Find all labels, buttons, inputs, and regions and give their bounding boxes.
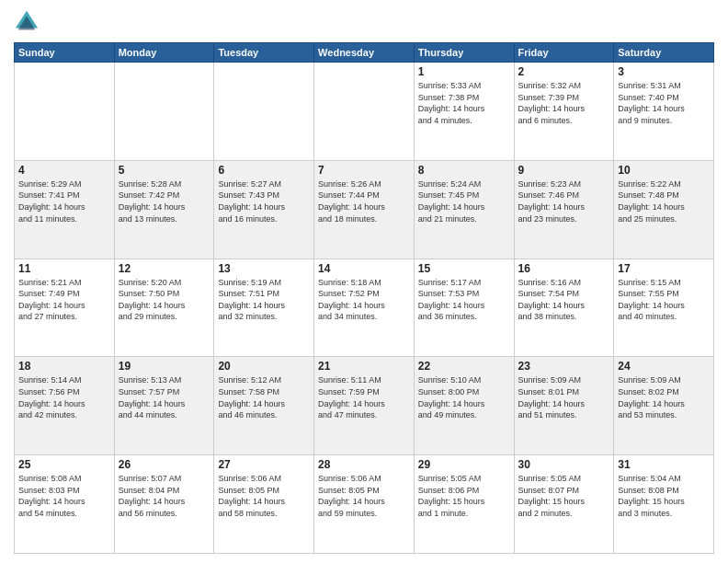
- calendar-cell: 21Sunrise: 5:11 AM Sunset: 7:59 PM Dayli…: [314, 357, 415, 455]
- calendar-week-2: 4Sunrise: 5:29 AM Sunset: 7:41 PM Daylig…: [15, 160, 714, 259]
- calendar-week-4: 18Sunrise: 5:14 AM Sunset: 7:56 PM Dayli…: [15, 357, 714, 455]
- calendar-header-tuesday: Tuesday: [214, 43, 314, 63]
- day-number: 13: [218, 262, 310, 275]
- calendar-cell: [114, 63, 214, 161]
- calendar-cell: 22Sunrise: 5:10 AM Sunset: 8:00 PM Dayli…: [414, 357, 514, 455]
- calendar-cell: 17Sunrise: 5:15 AM Sunset: 7:55 PM Dayli…: [614, 259, 714, 357]
- calendar-cell: 28Sunrise: 5:06 AM Sunset: 8:05 PM Dayli…: [314, 455, 415, 554]
- calendar-cell: 18Sunrise: 5:14 AM Sunset: 7:56 PM Dayli…: [15, 357, 115, 455]
- day-info: Sunrise: 5:05 AM Sunset: 8:06 PM Dayligh…: [418, 473, 510, 519]
- day-number: 11: [18, 262, 110, 275]
- logo: [14, 9, 43, 35]
- calendar-cell: 9Sunrise: 5:23 AM Sunset: 7:46 PM Daylig…: [514, 160, 614, 259]
- day-info: Sunrise: 5:24 AM Sunset: 7:45 PM Dayligh…: [418, 178, 510, 224]
- day-number: 25: [18, 458, 110, 471]
- calendar-cell: 16Sunrise: 5:16 AM Sunset: 7:54 PM Dayli…: [514, 259, 614, 357]
- day-info: Sunrise: 5:17 AM Sunset: 7:53 PM Dayligh…: [418, 277, 510, 323]
- day-info: Sunrise: 5:14 AM Sunset: 7:56 PM Dayligh…: [18, 374, 110, 420]
- calendar-header-monday: Monday: [114, 43, 214, 63]
- calendar-cell: 8Sunrise: 5:24 AM Sunset: 7:45 PM Daylig…: [414, 160, 514, 259]
- day-number: 19: [119, 360, 210, 373]
- page: SundayMondayTuesdayWednesdayThursdayFrid…: [0, 0, 728, 563]
- calendar-cell: 27Sunrise: 5:06 AM Sunset: 8:05 PM Dayli…: [214, 455, 314, 554]
- day-info: Sunrise: 5:06 AM Sunset: 8:05 PM Dayligh…: [318, 473, 410, 519]
- day-info: Sunrise: 5:04 AM Sunset: 8:08 PM Dayligh…: [618, 473, 710, 519]
- day-info: Sunrise: 5:15 AM Sunset: 7:55 PM Dayligh…: [618, 277, 710, 323]
- day-info: Sunrise: 5:31 AM Sunset: 7:40 PM Dayligh…: [618, 80, 710, 126]
- day-number: 16: [518, 262, 610, 275]
- day-info: Sunrise: 5:10 AM Sunset: 8:00 PM Dayligh…: [418, 374, 510, 420]
- calendar-header-sunday: Sunday: [15, 43, 115, 63]
- calendar-header-friday: Friday: [514, 43, 614, 63]
- day-info: Sunrise: 5:18 AM Sunset: 7:52 PM Dayligh…: [318, 277, 410, 323]
- day-info: Sunrise: 5:29 AM Sunset: 7:41 PM Dayligh…: [18, 178, 110, 224]
- day-number: 5: [119, 164, 210, 177]
- day-number: 26: [119, 458, 210, 471]
- day-number: 9: [518, 164, 610, 177]
- day-info: Sunrise: 5:08 AM Sunset: 8:03 PM Dayligh…: [18, 473, 110, 519]
- day-info: Sunrise: 5:07 AM Sunset: 8:04 PM Dayligh…: [119, 473, 210, 519]
- day-number: 20: [218, 360, 310, 373]
- calendar-week-1: 1Sunrise: 5:33 AM Sunset: 7:38 PM Daylig…: [15, 63, 714, 161]
- calendar-cell: 1Sunrise: 5:33 AM Sunset: 7:38 PM Daylig…: [414, 63, 514, 161]
- day-info: Sunrise: 5:21 AM Sunset: 7:49 PM Dayligh…: [18, 277, 110, 323]
- day-number: 14: [318, 262, 410, 275]
- calendar-cell: 15Sunrise: 5:17 AM Sunset: 7:53 PM Dayli…: [414, 259, 514, 357]
- day-info: Sunrise: 5:13 AM Sunset: 7:57 PM Dayligh…: [119, 374, 210, 420]
- day-info: Sunrise: 5:32 AM Sunset: 7:39 PM Dayligh…: [518, 80, 610, 126]
- logo-icon: [14, 9, 40, 35]
- day-info: Sunrise: 5:09 AM Sunset: 8:02 PM Dayligh…: [618, 374, 710, 420]
- day-info: Sunrise: 5:06 AM Sunset: 8:05 PM Dayligh…: [218, 473, 310, 519]
- calendar-cell: 29Sunrise: 5:05 AM Sunset: 8:06 PM Dayli…: [414, 455, 514, 554]
- calendar-cell: 7Sunrise: 5:26 AM Sunset: 7:44 PM Daylig…: [314, 160, 415, 259]
- day-number: 24: [618, 360, 710, 373]
- calendar-cell: 10Sunrise: 5:22 AM Sunset: 7:48 PM Dayli…: [614, 160, 714, 259]
- day-number: 28: [318, 458, 410, 471]
- calendar-cell: [15, 63, 115, 161]
- day-number: 4: [18, 164, 110, 177]
- day-info: Sunrise: 5:11 AM Sunset: 7:59 PM Dayligh…: [318, 374, 410, 420]
- calendar-cell: 4Sunrise: 5:29 AM Sunset: 7:41 PM Daylig…: [15, 160, 115, 259]
- calendar-cell: 12Sunrise: 5:20 AM Sunset: 7:50 PM Dayli…: [114, 259, 214, 357]
- day-number: 27: [218, 458, 310, 471]
- day-number: 3: [618, 65, 710, 78]
- day-info: Sunrise: 5:20 AM Sunset: 7:50 PM Dayligh…: [119, 277, 210, 323]
- calendar-cell: 2Sunrise: 5:32 AM Sunset: 7:39 PM Daylig…: [514, 63, 614, 161]
- calendar-cell: 6Sunrise: 5:27 AM Sunset: 7:43 PM Daylig…: [214, 160, 314, 259]
- calendar-cell: 5Sunrise: 5:28 AM Sunset: 7:42 PM Daylig…: [114, 160, 214, 259]
- calendar-week-5: 25Sunrise: 5:08 AM Sunset: 8:03 PM Dayli…: [15, 455, 714, 554]
- calendar-cell: 23Sunrise: 5:09 AM Sunset: 8:01 PM Dayli…: [514, 357, 614, 455]
- day-info: Sunrise: 5:16 AM Sunset: 7:54 PM Dayligh…: [518, 277, 610, 323]
- day-info: Sunrise: 5:28 AM Sunset: 7:42 PM Dayligh…: [119, 178, 210, 224]
- calendar-table: SundayMondayTuesdayWednesdayThursdayFrid…: [14, 42, 714, 554]
- day-number: 10: [618, 164, 710, 177]
- day-number: 21: [318, 360, 410, 373]
- day-info: Sunrise: 5:27 AM Sunset: 7:43 PM Dayligh…: [218, 178, 310, 224]
- day-number: 15: [418, 262, 510, 275]
- day-info: Sunrise: 5:22 AM Sunset: 7:48 PM Dayligh…: [618, 178, 710, 224]
- calendar-cell: 25Sunrise: 5:08 AM Sunset: 8:03 PM Dayli…: [15, 455, 115, 554]
- day-number: 1: [418, 65, 510, 78]
- calendar-header-row: SundayMondayTuesdayWednesdayThursdayFrid…: [15, 43, 714, 63]
- day-info: Sunrise: 5:19 AM Sunset: 7:51 PM Dayligh…: [218, 277, 310, 323]
- day-info: Sunrise: 5:12 AM Sunset: 7:58 PM Dayligh…: [218, 374, 310, 420]
- day-info: Sunrise: 5:05 AM Sunset: 8:07 PM Dayligh…: [518, 473, 610, 519]
- day-info: Sunrise: 5:26 AM Sunset: 7:44 PM Dayligh…: [318, 178, 410, 224]
- calendar-cell: 11Sunrise: 5:21 AM Sunset: 7:49 PM Dayli…: [15, 259, 115, 357]
- day-number: 6: [218, 164, 310, 177]
- calendar-cell: 13Sunrise: 5:19 AM Sunset: 7:51 PM Dayli…: [214, 259, 314, 357]
- calendar-cell: [314, 63, 415, 161]
- calendar-header-wednesday: Wednesday: [314, 43, 415, 63]
- calendar-cell: 20Sunrise: 5:12 AM Sunset: 7:58 PM Dayli…: [214, 357, 314, 455]
- calendar-header-saturday: Saturday: [614, 43, 714, 63]
- calendar-cell: 26Sunrise: 5:07 AM Sunset: 8:04 PM Dayli…: [114, 455, 214, 554]
- day-number: 7: [318, 164, 410, 177]
- day-number: 12: [119, 262, 210, 275]
- day-number: 17: [618, 262, 710, 275]
- calendar-cell: 31Sunrise: 5:04 AM Sunset: 8:08 PM Dayli…: [614, 455, 714, 554]
- day-number: 22: [418, 360, 510, 373]
- day-number: 29: [418, 458, 510, 471]
- day-number: 2: [518, 65, 610, 78]
- calendar-week-3: 11Sunrise: 5:21 AM Sunset: 7:49 PM Dayli…: [15, 259, 714, 357]
- calendar-header-thursday: Thursday: [414, 43, 514, 63]
